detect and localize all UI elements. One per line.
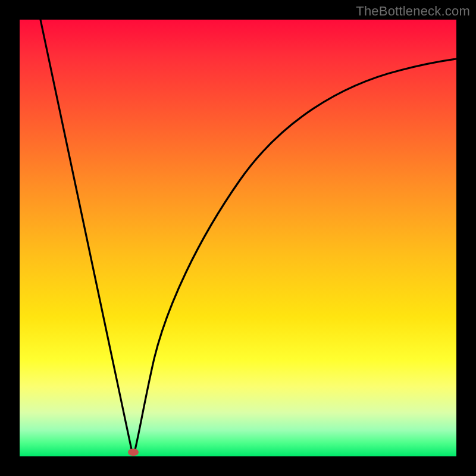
watermark-label: TheBottleneck.com (356, 4, 470, 19)
chart-frame: TheBottleneck.com (0, 0, 476, 476)
optimum-marker (128, 449, 139, 456)
curve-left-branch (40, 20, 132, 452)
curve-right-branch (134, 59, 456, 452)
bottleneck-curve (20, 20, 456, 456)
plot-area (20, 20, 456, 456)
